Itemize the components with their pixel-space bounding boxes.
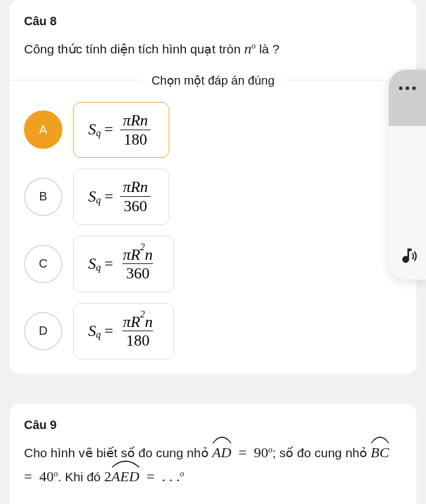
arc-AD: AD bbox=[212, 440, 232, 465]
audio-button[interactable] bbox=[397, 246, 418, 280]
text: . Khi đó bbox=[58, 470, 104, 484]
option-row-D[interactable]: DSq=πR2n180 bbox=[24, 303, 402, 359]
prompt-text-after: là ? bbox=[256, 42, 280, 56]
question-prompt: Cho hình vẽ biết số đo cung nhỏ AD = 90o… bbox=[24, 440, 402, 490]
question-title: Câu 9 bbox=[24, 418, 402, 432]
equals-blank: = . . .o bbox=[139, 469, 184, 484]
option-row-B[interactable]: BSq=πRn360 bbox=[24, 169, 402, 224]
option-badge-C[interactable]: C bbox=[24, 245, 62, 283]
option-formula-D[interactable]: Sq=πR2n180 bbox=[73, 303, 174, 359]
arc-BC: BC bbox=[371, 440, 389, 465]
option-formula-C[interactable]: Sq=πR2n360 bbox=[73, 236, 174, 292]
text: Cho hình vẽ biết số đo cung nhỏ bbox=[24, 446, 212, 460]
option-row-C[interactable]: CSq=πR2n360 bbox=[24, 236, 402, 292]
floating-toolbar[interactable] bbox=[389, 70, 426, 280]
music-note-sound-icon bbox=[397, 246, 418, 266]
more-icon bbox=[399, 86, 416, 90]
prompt-text: Công thức tính diện tích hình quạt tròn bbox=[24, 42, 244, 56]
question-card-8: Câu 8 Công thức tính diện tích hình quạt… bbox=[10, 0, 416, 374]
question-title: Câu 8 bbox=[24, 14, 402, 28]
arc-AED: AED bbox=[112, 464, 140, 489]
instruction-text: Chọn một đáp án đúng bbox=[142, 73, 284, 88]
option-badge-A[interactable]: A bbox=[24, 110, 62, 149]
option-badge-D[interactable]: D bbox=[24, 312, 62, 350]
option-formula-A[interactable]: Sq=πRn180 bbox=[73, 102, 169, 158]
text: ; số đo cung nhỏ bbox=[272, 446, 371, 460]
question-card-9: Câu 9 Cho hình vẽ biết số đo cung nhỏ AD… bbox=[10, 404, 416, 504]
prompt-variable: no bbox=[244, 41, 256, 56]
equals: = 90o bbox=[232, 445, 273, 460]
question-prompt: Công thức tính diện tích hình quạt tròn … bbox=[24, 37, 402, 61]
drag-handle[interactable] bbox=[389, 70, 426, 126]
instruction-divider: Chọn một đáp án đúng bbox=[10, 73, 416, 88]
coefficient: 2 bbox=[104, 469, 112, 484]
options-list: ASq=πRn180BSq=πRn360CSq=πR2n360DSq=πR2n1… bbox=[24, 102, 402, 359]
option-row-A[interactable]: ASq=πRn180 bbox=[24, 102, 402, 158]
option-badge-B[interactable]: B bbox=[24, 178, 62, 216]
divider-line bbox=[10, 80, 142, 80]
option-formula-B[interactable]: Sq=πRn360 bbox=[73, 169, 169, 224]
